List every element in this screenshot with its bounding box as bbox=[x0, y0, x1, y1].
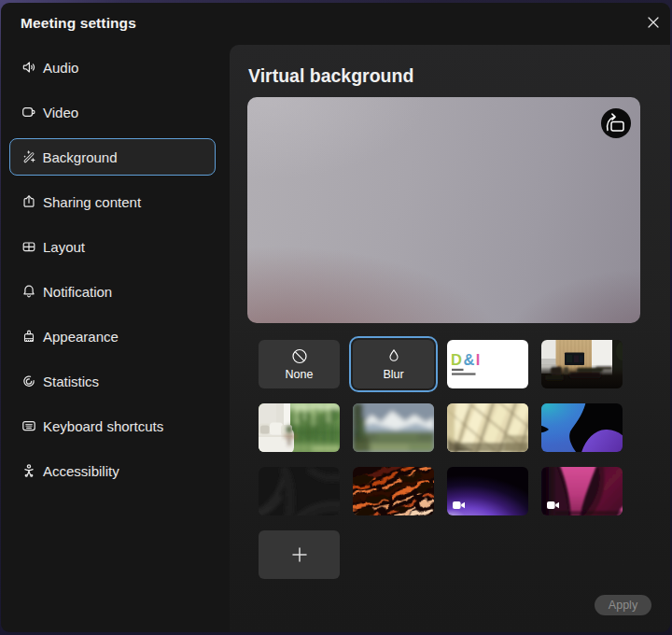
svg-text:D&I: D&I bbox=[451, 351, 482, 368]
